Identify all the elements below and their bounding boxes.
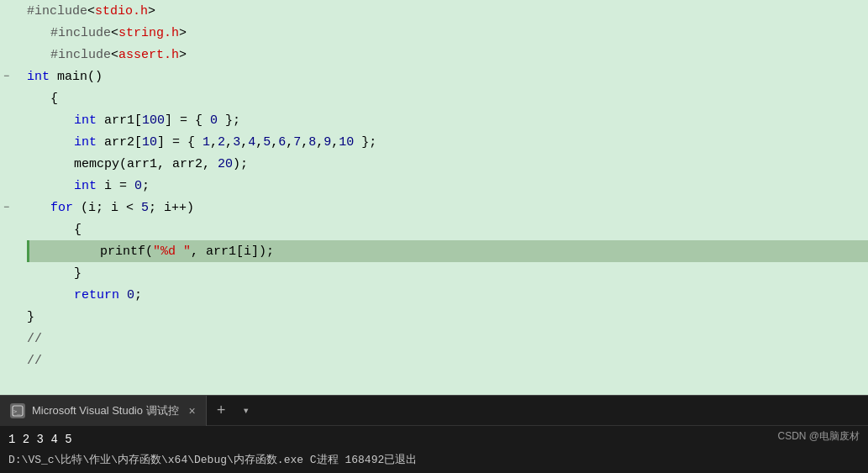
terminal-svg-icon: >_	[12, 405, 24, 417]
terminal-close-button[interactable]: ×	[189, 404, 196, 418]
editor-area: − − #include<stdio.h> #include<string.h>…	[0, 0, 868, 395]
code-line-2: #include<string.h>	[27, 22, 868, 44]
svg-text:>_: >_	[13, 408, 21, 415]
code-line-11: {	[27, 218, 868, 240]
code-text: int main()	[27, 70, 103, 84]
code-gutter: − −	[0, 0, 24, 395]
code-text: printf("%d ", arr1[i]);	[100, 244, 274, 259]
terminal-tab-label: Microsoft Visual Studio 调试控	[32, 403, 179, 418]
terminal-output: 1 2 3 4 5 D:\VS_c\比特\作业\内存函数\x64\Debug\内…	[0, 426, 868, 473]
code-line-7: int arr2[10] = { 1,2,3,4,5,6,7,8,9,10 };	[27, 131, 868, 153]
terminal-tab-active[interactable]: >_ Microsoft Visual Studio 调试控 ×	[0, 396, 207, 426]
code-text: }	[27, 310, 34, 324]
code-line-9: int i = 0;	[27, 175, 868, 197]
terminal-add-tab-button[interactable]: +	[207, 402, 236, 419]
code-text: {	[74, 223, 82, 237]
collapse-marker-for[interactable]: −	[3, 197, 9, 218]
terminal-dropdown-button[interactable]: ▾	[236, 403, 256, 418]
terminal-output-text: 1 2 3 4 5	[8, 433, 72, 446]
code-text: //	[27, 332, 50, 346]
code-text: return 0;	[74, 288, 142, 302]
code-text: memcpy(arr1, arr2, 20);	[74, 157, 248, 171]
terminal-area: >_ Microsoft Visual Studio 调试控 × + ▾ 1 2…	[0, 395, 868, 473]
code-line-3: #include<assert.h>	[27, 44, 868, 66]
terminal-status-right: CSDN @电脑废材	[777, 429, 860, 444]
terminal-tabs: >_ Microsoft Visual Studio 调试控 × + ▾	[0, 396, 868, 426]
code-line-4: int main()	[27, 66, 868, 87]
code-line-15: }	[27, 306, 868, 328]
code-text: int arr1[100] = { 0 };	[74, 113, 240, 128]
code-text: #include<stdio.h>	[27, 4, 155, 18]
code-line-17: //	[27, 349, 868, 371]
terminal-path-text: D:\VS_c\比特\作业\内存函数\x64\Debug\内存函数.exe C进…	[8, 452, 417, 467]
code-text: {	[50, 92, 58, 106]
collapse-marker-main[interactable]: −	[3, 66, 9, 87]
code-text: #include<assert.h>	[50, 48, 187, 62]
code-line-5: {	[27, 87, 868, 109]
code-line-16: //	[27, 328, 868, 349]
code-text: }	[74, 266, 82, 281]
code-line-6: int arr1[100] = { 0 };	[27, 109, 868, 131]
code-text: //	[27, 354, 50, 368]
code-line-14: return 0;	[27, 284, 868, 306]
code-text: int i = 0;	[74, 179, 150, 193]
code-line-1: #include<stdio.h>	[27, 0, 868, 22]
terminal-icon: >_	[10, 403, 25, 418]
code-line-13: }	[27, 262, 868, 284]
status-csdn-text: CSDN @电脑废材	[777, 430, 860, 442]
code-lines-container: #include<stdio.h> #include<string.h> #in…	[24, 0, 868, 395]
code-line-10: for (i; i < 5; i++)	[27, 197, 868, 218]
code-line-8: memcpy(arr1, arr2, 20);	[27, 153, 868, 175]
code-line-12-active: printf("%d ", arr1[i]);	[27, 240, 868, 262]
terminal-output-path: D:\VS_c\比特\作业\内存函数\x64\Debug\内存函数.exe C进…	[8, 449, 860, 470]
code-text: #include<string.h>	[50, 26, 187, 40]
terminal-output-numbers: 1 2 3 4 5	[8, 429, 860, 449]
code-text: for (i; i < 5; i++)	[50, 201, 194, 215]
code-text: int arr2[10] = { 1,2,3,4,5,6,7,8,9,10 };	[74, 135, 376, 150]
